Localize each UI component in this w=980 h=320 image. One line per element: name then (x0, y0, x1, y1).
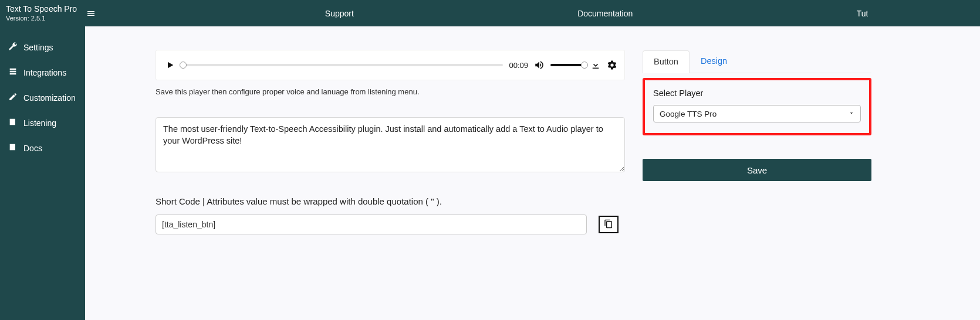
main: 00:09 Save this player then configure pr… (85, 26, 980, 320)
nav-support[interactable]: Support (325, 9, 354, 18)
gear-icon[interactable] (607, 60, 617, 70)
sidebar-item-listening[interactable]: Listening (0, 110, 85, 135)
sidebar-item-customization[interactable]: Customization (0, 85, 85, 110)
select-player-panel: Select Player Google TTS Pro (643, 78, 871, 135)
shell: Settings Integrations Customization List… (0, 26, 980, 320)
sidebar-item-integrations[interactable]: Integrations (0, 60, 85, 85)
play-button[interactable] (163, 58, 177, 72)
sidebar-item-label: Listening (23, 118, 56, 128)
sidebar-item-docs[interactable]: Docs (0, 135, 85, 161)
wrench-icon (8, 42, 18, 53)
select-player-wrap: Google TTS Pro (653, 105, 861, 122)
sidebar-item-label: Docs (23, 144, 42, 153)
left-column: 00:09 Save this player then configure pr… (156, 50, 625, 234)
seek-bar[interactable] (183, 64, 503, 66)
sidebar-item-label: Customization (23, 93, 76, 103)
player-hint: Save this player then configure proper v… (156, 87, 625, 96)
audio-player: 00:09 (156, 50, 625, 80)
tab-design[interactable]: Design (690, 50, 738, 73)
select-player-label: Select Player (653, 88, 861, 98)
nav-tutorial[interactable]: Tut (857, 9, 869, 18)
volume-thumb[interactable] (581, 62, 588, 69)
hamburger-icon[interactable] (86, 9, 96, 18)
volume-slider[interactable] (550, 64, 584, 66)
shortcode-row (156, 215, 625, 234)
right-column: Button Design Select Player Google TTS P… (643, 50, 871, 181)
sidebar-item-label: Settings (23, 43, 53, 52)
save-button[interactable]: Save (643, 159, 871, 181)
select-player-dropdown[interactable]: Google TTS Pro (653, 105, 861, 122)
app-version: Version: 2.5.1 (6, 15, 77, 22)
listening-icon (8, 117, 18, 128)
app-title: Text To Speech Pro (6, 5, 77, 13)
copy-icon (604, 219, 613, 230)
volume-icon[interactable] (534, 60, 545, 70)
nav-documentation[interactable]: Documentation (577, 9, 633, 18)
copy-shortcode-button[interactable] (599, 216, 619, 233)
right-tabs: Button Design (643, 50, 871, 73)
tab-button[interactable]: Button (643, 50, 690, 73)
shortcode-input[interactable] (156, 215, 587, 234)
docs-icon (8, 142, 18, 154)
edit-icon (8, 92, 18, 103)
sidebar: Settings Integrations Customization List… (0, 26, 85, 320)
top-nav: Support Documentation Tut (96, 9, 980, 18)
seek-track[interactable] (183, 64, 503, 66)
top-bar: Text To Speech Pro Version: 2.5.1 Suppor… (0, 0, 980, 26)
player-time: 00:09 (509, 61, 528, 70)
integrations-icon (8, 67, 18, 78)
sidebar-item-label: Integrations (23, 68, 66, 77)
brand: Text To Speech Pro Version: 2.5.1 (0, 2, 84, 24)
download-icon[interactable] (590, 60, 601, 70)
text-wrapper (156, 117, 625, 174)
sidebar-item-settings[interactable]: Settings (0, 35, 85, 60)
tts-text-input[interactable] (156, 117, 625, 172)
shortcode-label: Short Code | Attributes value must be wr… (156, 196, 625, 206)
seek-thumb[interactable] (180, 62, 187, 69)
